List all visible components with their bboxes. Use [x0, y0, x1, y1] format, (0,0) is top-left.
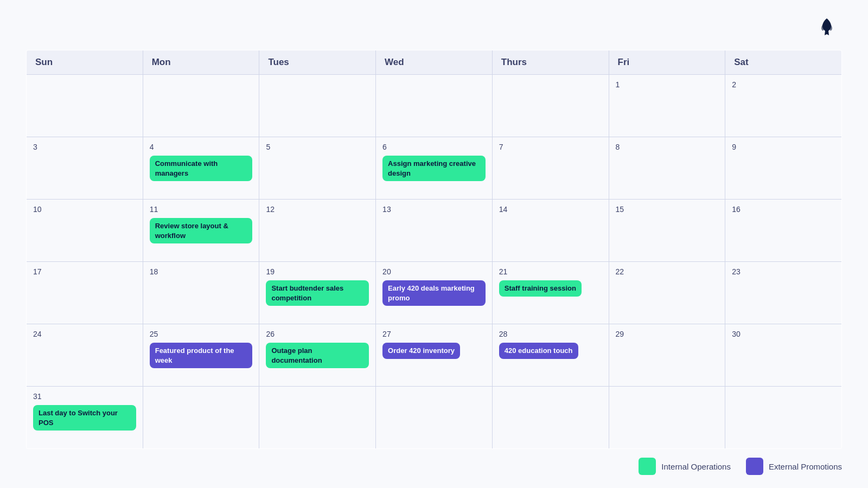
- day-number: 30: [732, 330, 835, 338]
- calendar-cell: 24: [27, 324, 143, 387]
- calendar-day-header: Mon: [143, 50, 259, 75]
- day-number: 21: [499, 267, 602, 276]
- calendar-cell: 22: [609, 262, 725, 324]
- calendar-day-header: Sat: [725, 50, 842, 75]
- day-number: 23: [732, 267, 835, 276]
- calendar-table: SunMonTuesWedThursFriSat 1234Communicate…: [26, 50, 842, 449]
- day-number: 7: [499, 143, 602, 151]
- calendar-event[interactable]: Staff training session: [499, 280, 582, 297]
- calendar-cell: 19Start budtender sales competition: [259, 262, 376, 324]
- calendar-cell: [259, 387, 376, 449]
- day-number: 11: [150, 205, 253, 214]
- calendar-cell: 27Order 420 inventory: [376, 324, 493, 387]
- calendar-cell: 13: [376, 200, 493, 262]
- calendar-week-row: 171819Start budtender sales competition2…: [27, 262, 842, 324]
- legend-label: Internal Operations: [661, 462, 731, 471]
- calendar-event[interactable]: Communicate with managers: [150, 156, 253, 181]
- day-number: 9: [732, 143, 835, 151]
- legend-item: Internal Operations: [639, 458, 731, 475]
- calendar-event[interactable]: Start budtender sales competition: [266, 280, 369, 306]
- calendar-body: 1234Communicate with managers56Assign ma…: [27, 75, 842, 449]
- day-number: 5: [266, 143, 369, 151]
- day-number: 8: [616, 143, 719, 151]
- calendar-cell: [492, 75, 609, 137]
- calendar-cell: [143, 75, 259, 137]
- calendar-cell: 1: [609, 75, 725, 137]
- day-number: 1: [616, 80, 719, 89]
- day-number: 2: [732, 80, 835, 89]
- logo: [817, 17, 842, 37]
- calendar-header-row: SunMonTuesWedThursFriSat: [27, 50, 842, 75]
- calendar-cell: 6Assign marketing creative design: [376, 137, 493, 200]
- day-number: 31: [33, 392, 136, 401]
- calendar-cell: 23: [725, 262, 842, 324]
- calendar-cell: [376, 75, 493, 137]
- day-number: 14: [499, 205, 602, 214]
- calendar-cell: [492, 387, 609, 449]
- calendar-day-header: Thurs: [492, 50, 609, 75]
- calendar-cell: 3: [27, 137, 143, 200]
- day-number: 28: [499, 330, 602, 338]
- calendar-cell: 18: [143, 262, 259, 324]
- day-number: 29: [616, 330, 719, 338]
- day-number: 4: [150, 143, 253, 151]
- day-number: 25: [150, 330, 253, 338]
- day-number: 20: [382, 267, 486, 276]
- calendar-cell: [609, 387, 725, 449]
- calendar-cell: 21Staff training session: [492, 262, 609, 324]
- calendar-event[interactable]: Review store layout & workflow: [150, 218, 253, 243]
- calendar-cell: 28420 education touch: [492, 324, 609, 387]
- day-number: 15: [616, 205, 719, 214]
- calendar-cell: 20Early 420 deals marketing promo: [376, 262, 493, 324]
- calendar-event[interactable]: Last day to Switch your POS: [33, 405, 136, 431]
- calendar-week-row: 12: [27, 75, 842, 137]
- calendar-week-row: 1011Review store layout & workflow121314…: [27, 200, 842, 262]
- calendar-week-row: 2425Featured product of the week26Outage…: [27, 324, 842, 387]
- day-number: 6: [382, 143, 486, 151]
- calendar-cell: 29: [609, 324, 725, 387]
- calendar-cell: [27, 75, 143, 137]
- calendar-cell: [725, 387, 842, 449]
- calendar-event[interactable]: 420 education touch: [499, 343, 578, 359]
- calendar-day-header: Tues: [259, 50, 376, 75]
- calendar-cell: 10: [27, 200, 143, 262]
- calendar-event[interactable]: Early 420 deals marketing promo: [382, 280, 486, 306]
- legend-label: External Promotions: [769, 462, 842, 471]
- calendar-cell: 14: [492, 200, 609, 262]
- calendar-cell: 9: [725, 137, 842, 200]
- calendar-cell: 15: [609, 200, 725, 262]
- calendar-cell: [259, 75, 376, 137]
- calendar-event[interactable]: Order 420 inventory: [382, 343, 460, 359]
- page-header: [26, 17, 842, 37]
- calendar-week-row: 34Communicate with managers56Assign mark…: [27, 137, 842, 200]
- calendar-cell: [376, 387, 493, 449]
- calendar-cell: 2: [725, 75, 842, 137]
- calendar-cell: 7: [492, 137, 609, 200]
- calendar-day-header: Sun: [27, 50, 143, 75]
- calendar-week-row: 31Last day to Switch your POS: [27, 387, 842, 449]
- calendar-cell: 16: [725, 200, 842, 262]
- calendar-cell: 11Review store layout & workflow: [143, 200, 259, 262]
- calendar-cell: 31Last day to Switch your POS: [27, 387, 143, 449]
- calendar-event[interactable]: Assign marketing creative design: [382, 156, 486, 181]
- day-number: 27: [382, 330, 486, 338]
- calendar-event[interactable]: Featured product of the week: [150, 343, 253, 368]
- logo-icon: [817, 17, 837, 37]
- calendar-cell: 25Featured product of the week: [143, 324, 259, 387]
- day-number: 18: [150, 267, 253, 276]
- calendar-day-header: Fri: [609, 50, 725, 75]
- calendar-cell: [143, 387, 259, 449]
- day-number: 3: [33, 143, 136, 151]
- day-number: 19: [266, 267, 369, 276]
- day-number: 17: [33, 267, 136, 276]
- day-number: 22: [616, 267, 719, 276]
- calendar-event[interactable]: Outage plan documentation: [266, 343, 369, 368]
- calendar-cell: 8: [609, 137, 725, 200]
- day-number: 10: [33, 205, 136, 214]
- calendar-cell: 4Communicate with managers: [143, 137, 259, 200]
- calendar-cell: 30: [725, 324, 842, 387]
- legend-item: External Promotions: [746, 458, 842, 475]
- legend: Internal OperationsExternal Promotions: [26, 458, 842, 475]
- calendar-cell: 12: [259, 200, 376, 262]
- legend-color-green: [639, 458, 656, 475]
